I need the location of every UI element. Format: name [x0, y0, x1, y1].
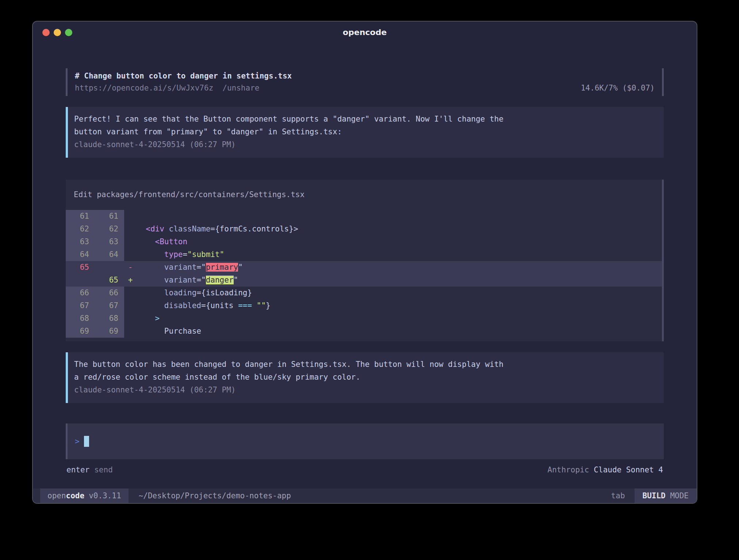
code-token: variant: [164, 263, 197, 272]
code-token: [252, 301, 257, 310]
code-token: [137, 263, 164, 272]
diff-row: 6161: [66, 210, 662, 223]
old-line-number: [66, 274, 95, 287]
mode-key: BUILD: [643, 491, 666, 500]
share-url-link[interactable]: https://opencode.ai/s/UwJxv76z: [75, 82, 213, 94]
diff-marker: [124, 325, 137, 338]
code-line: type="submit": [137, 248, 662, 261]
old-line-number: 63: [66, 235, 95, 248]
diff-header: Edit packages/frontend/src/containers/Se…: [66, 180, 662, 210]
titlebar: opencode: [33, 22, 697, 43]
diff-row: 6969 Purchase: [66, 325, 662, 338]
code-token: loading: [164, 288, 197, 297]
new-line-number: 68: [95, 312, 124, 325]
diff-marker: [124, 235, 137, 248]
code-token: [137, 250, 164, 259]
diff-row: 65+ variant="danger": [66, 274, 662, 287]
code-token: ===: [238, 301, 252, 310]
code-token: [164, 225, 169, 233]
code-token: type: [164, 250, 183, 259]
code-token: "submit": [187, 250, 224, 259]
code-line: [137, 210, 662, 223]
code-token: ={isLoading}: [196, 288, 252, 297]
code-token: [137, 314, 155, 323]
app-version: v0.3.11: [89, 491, 121, 500]
code-token: className: [169, 225, 211, 233]
new-line-number: 69: [95, 325, 124, 338]
old-line-number: 69: [66, 325, 95, 338]
prompt-icon: >: [75, 437, 80, 446]
code-token: =": [196, 276, 206, 284]
code-token: =: [183, 250, 187, 259]
input-hints: enter send Anthropic Claude Sonnet 4: [66, 464, 664, 476]
tab-key-hint: tab: [611, 488, 635, 503]
diff-block: Edit packages/frontend/src/containers/Se…: [66, 180, 664, 341]
code-line: <div className={formCs.controls}>: [137, 223, 662, 235]
code-line: >: [137, 312, 662, 325]
prompt-input[interactable]: >: [66, 423, 664, 459]
model-label: Claude Sonnet 4: [594, 464, 663, 476]
code-line: variant="danger": [137, 274, 662, 287]
new-line-number: 65: [95, 274, 124, 287]
main-content: # Change button color to danger in setti…: [33, 43, 697, 488]
message-text: Perfect! I can see that the Button compo…: [74, 113, 508, 138]
code-token: [137, 225, 146, 233]
new-line-number: 64: [95, 248, 124, 261]
code-token: ": [238, 263, 243, 272]
code-token: [137, 301, 164, 310]
diff-marker: [124, 210, 137, 223]
text-cursor: [84, 436, 89, 447]
message-text: The button color has been changed to dan…: [74, 358, 508, 384]
code-line: disabled={units === ""}: [137, 299, 662, 312]
code-token: [137, 276, 164, 284]
mode-label: MODE: [670, 491, 689, 500]
code-token: variant: [164, 276, 197, 284]
code-token: danger: [206, 276, 234, 284]
code-token: "": [257, 301, 266, 310]
app-version-badge: opencodev0.3.11: [40, 488, 129, 503]
status-bar: opencodev0.3.11 ~/Desktop/Projects/demo-…: [33, 488, 697, 503]
old-line-number: 64: [66, 248, 95, 261]
diff-row: 6363 <Button: [66, 235, 662, 248]
diff-marker: -: [124, 261, 137, 274]
assistant-message: The button color has been changed to dan…: [66, 352, 664, 403]
code-token: <div: [146, 225, 164, 233]
code-token: [137, 288, 164, 297]
app-window: opencode # Change button color to danger…: [32, 21, 697, 504]
new-line-number: 63: [95, 235, 124, 248]
code-token: =": [196, 263, 206, 272]
diff-row: 6666 loading={isLoading}: [66, 287, 662, 299]
context-usage: 14.6K/7% ($0.07): [581, 82, 655, 94]
diff-row: 65- variant="primary": [66, 261, 662, 274]
code-token: ={formCs.controls}>: [210, 225, 298, 233]
diff-marker: +: [124, 274, 137, 287]
diff-rows: 61616262 <div className={formCs.controls…: [66, 210, 662, 338]
working-directory: ~/Desktop/Projects/demo-notes-app: [139, 488, 291, 503]
diff-row: 6464 type="submit": [66, 248, 662, 261]
old-line-number: 65: [66, 261, 95, 274]
old-line-number: 66: [66, 287, 95, 299]
code-token: disabled: [164, 301, 201, 310]
assistant-message: Perfect! I can see that the Button compo…: [66, 107, 664, 158]
code-line: variant="primary": [137, 261, 662, 274]
new-line-number: 61: [95, 210, 124, 223]
window-title: opencode: [33, 22, 697, 43]
send-action-hint: send: [94, 464, 113, 476]
message-meta: claude-sonnet-4-20250514 (06:27 PM): [74, 384, 656, 396]
code-token: ={units: [201, 301, 238, 310]
code-line: Purchase: [137, 325, 662, 338]
code-token: primary: [206, 263, 238, 272]
code-token: Purchase: [164, 327, 201, 335]
new-line-number: 67: [95, 299, 124, 312]
unshare-command: /unshare: [222, 82, 259, 94]
session-title: # Change button color to danger in setti…: [75, 70, 292, 82]
old-line-number: 68: [66, 312, 95, 325]
old-line-number: 67: [66, 299, 95, 312]
diff-marker: [124, 299, 137, 312]
new-line-number: 62: [95, 223, 124, 235]
diff-row: 6868 >: [66, 312, 662, 325]
diff-row: 6262 <div className={formCs.controls}>: [66, 223, 662, 235]
diff-marker: [124, 248, 137, 261]
new-line-number: 66: [95, 287, 124, 299]
old-line-number: 61: [66, 210, 95, 223]
